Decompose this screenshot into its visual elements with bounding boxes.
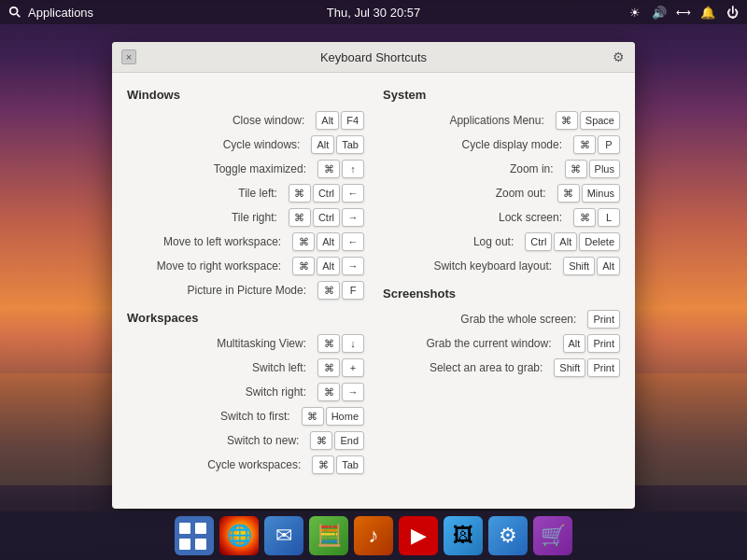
dock-app-grid[interactable] <box>175 516 214 555</box>
shortcut-keys: ⌘ → <box>317 383 364 401</box>
shortcut-label: Switch right: <box>127 385 314 399</box>
shortcut-keys: ⌘ Alt ← <box>292 232 364 251</box>
shortcut-multitasking: Multitasking View: ⌘ ↓ <box>127 334 364 353</box>
dock-mail[interactable]: ✉ <box>264 516 303 555</box>
shortcut-label: Switch left: <box>127 361 314 374</box>
shortcut-move-left-workspace: Move to left workspace: ⌘ Alt ← <box>127 232 364 251</box>
shortcut-label: Zoom out: <box>383 187 554 200</box>
shortcut-label: Grab the whole screen: <box>383 313 584 326</box>
notification-icon[interactable]: 🔔 <box>700 5 715 20</box>
dock-music[interactable]: ♪ <box>354 516 393 555</box>
shortcut-keys: ⌘ Ctrl ← <box>289 184 364 203</box>
shortcut-keys: Print <box>587 310 620 329</box>
shortcut-label: Applications Menu: <box>383 114 552 127</box>
shortcut-keys: ⌘ L <box>573 208 620 227</box>
shortcut-move-right-workspace: Move to right workspace: ⌘ Alt → <box>127 257 364 275</box>
applications-label[interactable]: Applications <box>28 6 93 20</box>
shortcut-keys: Ctrl Alt Delete <box>525 232 620 251</box>
shortcut-switch-new: Switch to new: ⌘ End <box>127 431 364 450</box>
shortcut-grab-whole: Grab the whole screen: Print <box>383 310 620 329</box>
volume-icon[interactable]: 🔊 <box>652 5 667 20</box>
shortcut-keys: ⌘ P <box>573 135 620 154</box>
shortcut-close-window: Close window: Alt F4 <box>127 111 364 130</box>
shortcut-keys: ⌘ ↑ <box>317 160 364 178</box>
shortcut-label: Switch to first: <box>127 410 298 423</box>
shortcut-label: Cycle workspaces: <box>127 458 308 471</box>
shortcut-cycle-workspaces: Cycle workspaces: ⌘ Tab <box>127 455 364 474</box>
datetime: Thu, Jul 30 20:57 <box>327 6 420 20</box>
shortcut-tile-left: Tile left: ⌘ Ctrl ← <box>127 184 364 203</box>
svg-line-1 <box>17 14 20 17</box>
shortcut-keys: ⌘ Space <box>556 111 620 130</box>
shortcut-keys: ⌘ Home <box>302 407 364 426</box>
shortcut-label: Select an area to grab: <box>383 361 550 374</box>
screenshots-section-title: Screenshots <box>383 287 620 301</box>
brightness-icon[interactable]: ☀ <box>627 5 642 20</box>
network-icon[interactable]: ⟷ <box>676 5 691 20</box>
dock-photos[interactable]: 🖼 <box>444 516 483 555</box>
shortcut-label: Cycle windows: <box>127 138 307 151</box>
dock-settings[interactable]: ⚙ <box>488 516 528 555</box>
shortcut-keys: ⌘ F <box>317 281 364 300</box>
shortcut-keys: Alt Tab <box>311 135 364 154</box>
shortcut-label: Log out: <box>383 235 521 248</box>
shortcut-label: Switch to new: <box>127 434 306 447</box>
left-column: Windows Close window: Alt F4 Cycle windo… <box>127 84 364 480</box>
shortcut-toggle-maximized: Toggle maximized: ⌘ ↑ <box>127 160 364 178</box>
close-button[interactable]: × <box>121 49 136 64</box>
shortcut-apps-menu: Applications Menu: ⌘ Space <box>383 111 620 130</box>
dock-youtube[interactable]: ▶ <box>399 516 438 555</box>
settings-icon[interactable]: ⚙ <box>611 49 626 64</box>
shortcut-label: Move to left workspace: <box>127 235 289 248</box>
shortcut-switch-right: Switch right: ⌘ → <box>127 383 364 401</box>
keyboard-shortcuts-dialog: × Keyboard Shortcuts ⚙ Windows Close win… <box>112 42 635 509</box>
shortcut-label: Multitasking View: <box>127 337 314 350</box>
system-section-title: System <box>383 88 620 102</box>
shortcut-lock-screen: Lock screen: ⌘ L <box>383 208 620 227</box>
shortcut-keys: Alt F4 <box>316 111 364 130</box>
shortcut-keys: ⌘ Tab <box>312 455 364 474</box>
shortcut-tile-right: Tile right: ⌘ Ctrl → <box>127 208 364 227</box>
shortcut-label: Cycle display mode: <box>383 138 570 151</box>
shortcut-label: Switch keyboard layout: <box>383 259 559 273</box>
shortcut-label: Tile left: <box>127 187 285 200</box>
shortcut-log-out: Log out: Ctrl Alt Delete <box>383 232 620 251</box>
shortcut-label: Toggle maximized: <box>127 162 314 175</box>
shortcut-label: Tile right: <box>127 211 285 224</box>
shortcut-keys: ⌘ Minus <box>557 184 620 203</box>
shortcut-cycle-display: Cycle display mode: ⌘ P <box>383 135 620 154</box>
dialog-overlay: × Keyboard Shortcuts ⚙ Windows Close win… <box>0 0 747 560</box>
shortcut-keys: Alt Print <box>563 334 620 353</box>
shortcut-keys: ⌘ ↓ <box>317 334 364 353</box>
workspaces-section-title: Workspaces <box>127 311 364 325</box>
shortcut-switch-keyboard: Switch keyboard layout: Shift Alt <box>383 257 620 275</box>
dock-calculator[interactable]: 🧮 <box>309 516 348 555</box>
dock-store[interactable]: 🛒 <box>533 516 572 555</box>
search-icon[interactable] <box>7 5 22 20</box>
panel-left: Applications <box>7 5 93 20</box>
dialog-title: Keyboard Shortcuts <box>136 50 611 64</box>
power-icon[interactable]: ⏻ <box>725 5 740 20</box>
top-panel: Applications Thu, Jul 30 20:57 ☀ 🔊 ⟷ 🔔 ⏻ <box>0 0 747 24</box>
shortcut-label: Close window: <box>127 114 312 127</box>
dock-firefox[interactable]: 🌐 <box>219 516 259 555</box>
shortcut-keys: Shift Alt <box>563 257 620 275</box>
shortcut-switch-left: Switch left: ⌘ + <box>127 358 364 377</box>
shortcut-keys: ⌘ + <box>317 358 364 377</box>
svg-point-0 <box>10 7 18 15</box>
shortcut-label: Move to right workspace: <box>127 259 289 273</box>
dialog-body: Windows Close window: Alt F4 Cycle windo… <box>112 73 635 491</box>
shortcut-keys: ⌘ Plus <box>565 160 620 178</box>
taskbar: 🌐 ✉ 🧮 ♪ ▶ 🖼 ⚙ 🛒 <box>0 511 747 560</box>
shortcut-zoom-in: Zoom in: ⌘ Plus <box>383 160 620 178</box>
shortcut-switch-first: Switch to first: ⌘ Home <box>127 407 364 426</box>
dialog-titlebar: × Keyboard Shortcuts ⚙ <box>112 42 635 73</box>
panel-right: ☀ 🔊 ⟷ 🔔 ⏻ <box>627 5 740 20</box>
shortcut-pip-mode: Picture in Picture Mode: ⌘ F <box>127 281 364 300</box>
shortcut-keys: ⌘ Alt → <box>292 257 364 275</box>
shortcut-keys: ⌘ Ctrl → <box>289 208 364 227</box>
shortcut-grab-current: Grab the current window: Alt Print <box>383 334 620 353</box>
right-column: System Applications Menu: ⌘ Space Cycle … <box>383 84 620 480</box>
shortcut-zoom-out: Zoom out: ⌘ Minus <box>383 184 620 203</box>
shortcut-label: Picture in Picture Mode: <box>127 284 314 297</box>
